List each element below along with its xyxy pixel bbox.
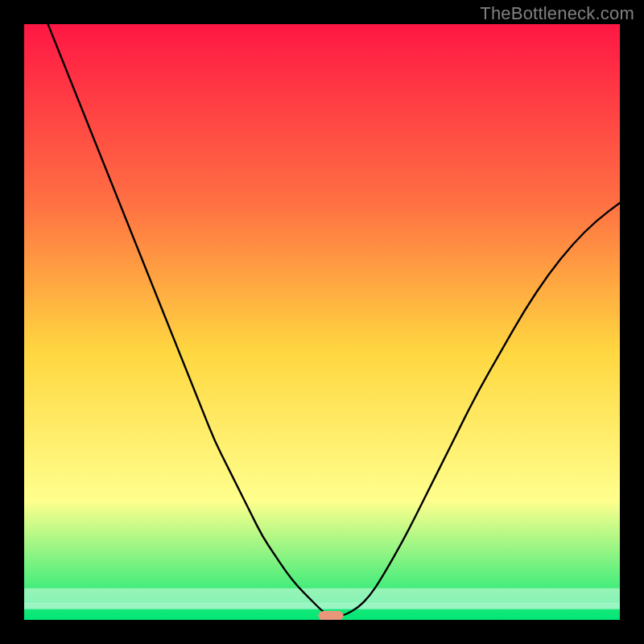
plot-svg (24, 24, 620, 620)
highlight-band (24, 602, 620, 609)
marker-pill (319, 611, 344, 620)
highlight-bands (24, 588, 620, 609)
plot-background (24, 24, 620, 620)
highlight-band (24, 588, 620, 602)
chart-frame: TheBottleneck.com (0, 0, 644, 644)
watermark-text: TheBottleneck.com (480, 3, 634, 24)
